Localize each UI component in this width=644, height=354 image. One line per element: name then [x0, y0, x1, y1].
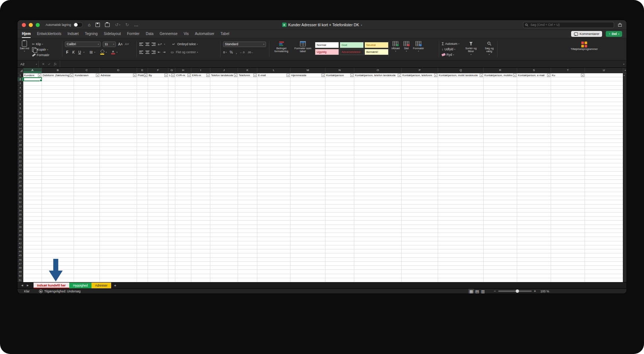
- undo-icon[interactable]: ↺▾: [115, 23, 120, 27]
- ribbon-tab-vis[interactable]: Vis: [184, 30, 189, 38]
- cell-style-ugyldig[interactable]: Ugyldig: [315, 49, 339, 55]
- row-header-29[interactable]: 29: [17, 188, 23, 192]
- align-middle-icon[interactable]: [145, 43, 149, 46]
- row-header-47[interactable]: 47: [17, 262, 23, 266]
- sort-filter-button[interactable]: Sortér og filtrer ▾: [463, 40, 479, 59]
- print-icon[interactable]: [105, 23, 110, 27]
- search-box[interactable]: [523, 22, 614, 28]
- column-header-U[interactable]: U: [585, 68, 623, 73]
- document-title-group[interactable]: X Kunder Adresser til kort + Telefonlist…: [282, 23, 362, 27]
- column-header-B[interactable]: B: [42, 68, 74, 73]
- font-name-combo[interactable]: Calibri▾: [65, 42, 101, 47]
- header-options-icon[interactable]: ▾: [625, 69, 626, 71]
- decrease-indent-icon[interactable]: ⇤: [158, 50, 161, 54]
- cancel-entry-icon[interactable]: ✕: [42, 62, 45, 66]
- filter-dropdown-K[interactable]: ▾: [253, 74, 257, 77]
- decrease-decimal-icon[interactable]: .00→: [247, 51, 254, 54]
- row-header-5[interactable]: 5: [17, 90, 23, 94]
- sheet-tab-hyppighed[interactable]: Hyppighed: [69, 283, 91, 288]
- row-header-33[interactable]: 33: [17, 205, 23, 209]
- column-header-O[interactable]: O: [354, 68, 402, 73]
- row-header-15[interactable]: 15: [17, 131, 23, 135]
- ribbon-tab-data[interactable]: Data: [146, 30, 153, 38]
- number-format-combo[interactable]: Standard▾: [223, 42, 266, 47]
- filter-dropdown-A[interactable]: ▾: [38, 74, 41, 77]
- bold-button[interactable]: F: [65, 50, 70, 54]
- autosum-button[interactable]: Σ Autosum▾: [442, 41, 459, 46]
- row-header-1[interactable]: 1: [17, 73, 23, 77]
- row-header-19[interactable]: 19: [17, 147, 23, 151]
- row-header-7[interactable]: 7: [17, 98, 23, 102]
- row-header-40[interactable]: 40: [17, 233, 23, 237]
- format-as-table-button[interactable]: Formatér som tabel: [294, 40, 312, 53]
- row-header-17[interactable]: 17: [17, 139, 23, 143]
- sheet-tab-adresser[interactable]: Adresser: [91, 283, 111, 288]
- filter-dropdown-O[interactable]: ▾: [398, 74, 401, 77]
- row-header-3[interactable]: 3: [17, 81, 23, 85]
- wrap-text-button[interactable]: Ombryd tekst▾: [177, 42, 198, 47]
- accounting-format-icon[interactable]: ¤: [223, 50, 225, 54]
- sheet-tab-indsæt-kundefil-her[interactable]: Indsæt kundefil her: [34, 283, 69, 288]
- column-header-M[interactable]: M: [290, 68, 325, 73]
- row-header-21[interactable]: 21: [17, 155, 23, 159]
- ribbon-tab-formler[interactable]: Formler: [127, 30, 139, 38]
- align-center-icon[interactable]: [145, 51, 149, 54]
- row-header-4[interactable]: 4: [17, 86, 23, 90]
- row-header-16[interactable]: 16: [17, 135, 23, 139]
- page-break-view-button[interactable]: ▥: [480, 289, 486, 294]
- row-header-42[interactable]: 42: [17, 241, 23, 245]
- share-window-icon[interactable]: [618, 23, 622, 27]
- save-icon[interactable]: [95, 23, 100, 27]
- row-header-37[interactable]: 37: [17, 221, 23, 225]
- home-icon[interactable]: ⌂: [88, 23, 90, 27]
- row-header-51[interactable]: 51: [17, 278, 23, 282]
- filter-dropdown-R[interactable]: ▾: [513, 74, 516, 77]
- column-header-E[interactable]: E: [137, 68, 148, 73]
- row-header-6[interactable]: 6: [17, 94, 23, 98]
- clear-button[interactable]: Ryd▾: [442, 52, 459, 57]
- page-layout-view-button[interactable]: ▤: [474, 289, 480, 294]
- accessibility-status[interactable]: Tilgængelighed: Undersøg: [39, 289, 81, 293]
- zoom-out-button[interactable]: −: [494, 289, 496, 293]
- row-header-14[interactable]: 14: [17, 127, 23, 131]
- cell-style-bemærk-[interactable]: Bemærk!: [364, 49, 389, 55]
- row-header-18[interactable]: 18: [17, 143, 23, 147]
- minimize-window-button[interactable]: [29, 23, 33, 27]
- row-header-39[interactable]: 39: [17, 229, 23, 233]
- comments-button[interactable]: Kommentarer: [571, 31, 602, 37]
- addins-button[interactable]: Tilføjelsesprogrammer: [561, 41, 608, 51]
- row-header-34[interactable]: 34: [17, 209, 23, 213]
- row-header-28[interactable]: 28: [17, 184, 23, 188]
- column-header-H[interactable]: H: [175, 68, 191, 73]
- ribbon-tab-automatiser[interactable]: Automatiser: [195, 30, 214, 38]
- align-right-icon[interactable]: [152, 51, 156, 54]
- row-header-13[interactable]: 13: [17, 122, 23, 127]
- row-header-22[interactable]: 22: [17, 159, 23, 163]
- filter-dropdown-N[interactable]: ▾: [350, 74, 354, 77]
- percent-format-icon[interactable]: %: [230, 50, 233, 54]
- row-header-46[interactable]: 46: [17, 258, 23, 262]
- font-color-button[interactable]: A: [111, 50, 115, 54]
- ribbon-tab-tabel[interactable]: Tabel: [220, 30, 229, 38]
- add-sheet-button[interactable]: +: [114, 283, 116, 288]
- cell-style-neutral[interactable]: Neutral: [364, 42, 389, 48]
- column-header-P[interactable]: P: [402, 68, 438, 73]
- insert-function-icon[interactable]: fx: [54, 62, 56, 66]
- vertical-scrollbar[interactable]: ▾: [623, 73, 627, 282]
- align-left-icon[interactable]: [139, 51, 143, 54]
- row-header-36[interactable]: 36: [17, 217, 23, 221]
- filter-dropdown-I[interactable]: ▾: [206, 74, 210, 77]
- insert-cells-button[interactable]: Indsæt ▾: [391, 40, 400, 59]
- formula-input[interactable]: [60, 61, 627, 67]
- merge-center-button[interactable]: Flet og centrer▾: [176, 50, 198, 55]
- increase-font-icon[interactable]: A˄: [118, 42, 123, 46]
- filter-dropdown-H[interactable]: ▾: [187, 74, 191, 77]
- redo-icon[interactable]: ↻: [125, 23, 129, 27]
- underline-button[interactable]: U: [77, 50, 82, 54]
- align-bottom-icon[interactable]: [152, 43, 156, 46]
- zoom-slider-thumb[interactable]: [516, 289, 519, 293]
- row-header-25[interactable]: 25: [17, 172, 23, 176]
- ribbon-tab-sidelayout[interactable]: Sidelayout: [104, 30, 121, 38]
- filter-dropdown-L[interactable]: ▾: [286, 74, 290, 77]
- row-header-38[interactable]: 38: [17, 225, 23, 229]
